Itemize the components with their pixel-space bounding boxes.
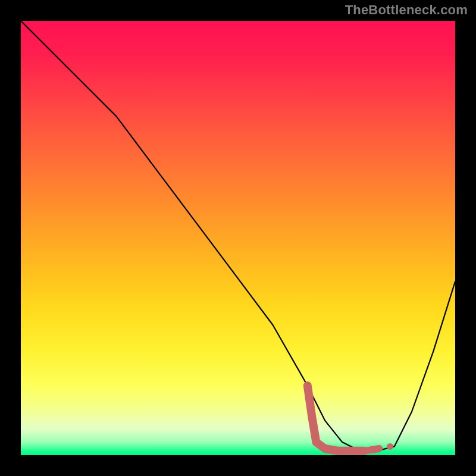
chart-plot-area	[21, 21, 455, 455]
highlight-dash	[371, 449, 380, 450]
main-curve	[21, 21, 455, 451]
highlight-segment	[308, 386, 364, 451]
chart-svg	[21, 21, 455, 455]
highlight-dot-b	[387, 443, 393, 450]
watermark-text: TheBottleneck.com	[345, 2, 468, 18]
